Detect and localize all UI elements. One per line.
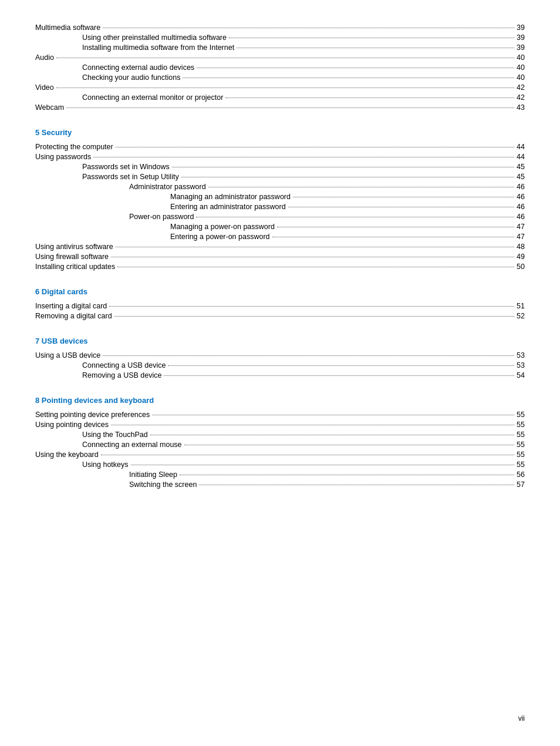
entry-dots <box>180 475 514 475</box>
toc-section-multimedia-continuation: Multimedia software39Using other preinst… <box>35 23 525 112</box>
entry-text: Connecting external audio devices <box>82 63 194 72</box>
entry-page-number: 42 <box>517 93 525 102</box>
toc-entry: Removing a digital card52 <box>35 312 525 320</box>
entry-dots <box>93 157 514 157</box>
entry-text: Inserting a digital card <box>35 302 107 310</box>
entry-text: Using a USB device <box>35 351 100 359</box>
entry-dots <box>196 217 514 217</box>
toc-entry: Entering an administrator password46 <box>35 203 525 211</box>
entry-page-number: 48 <box>517 243 525 251</box>
toc-entry: Connecting an external mouse55 <box>35 441 525 449</box>
entry-page-number: 40 <box>517 53 525 62</box>
toc-section-digital-cards: 6 Digital cardsInserting a digital card5… <box>35 287 525 320</box>
entry-text: Removing a digital card <box>35 312 112 320</box>
entry-page-number: 55 <box>517 411 525 419</box>
entry-dots <box>101 455 514 455</box>
entry-dots <box>116 247 514 247</box>
entry-text: Using antivirus software <box>35 243 113 251</box>
toc-container: Multimedia software39Using other preinst… <box>35 23 525 489</box>
toc-entry: Setting pointing device preferences55 <box>35 411 525 419</box>
entry-text: Switching the screen <box>129 480 197 489</box>
entry-text: Power-on password <box>129 213 194 221</box>
entry-dots <box>288 207 514 207</box>
toc-entry: Using the keyboard55 <box>35 451 525 459</box>
entry-page-number: 46 <box>517 203 525 211</box>
entry-dots <box>184 445 515 445</box>
entry-text: Protecting the computer <box>35 143 113 151</box>
entry-page-number: 43 <box>517 103 525 112</box>
section-heading-security: 5 Security <box>35 128 525 137</box>
entry-text: Entering a power-on password <box>170 233 270 241</box>
entry-dots <box>66 107 514 108</box>
toc-section-security: 5 SecurityProtecting the computer44Using… <box>35 128 525 271</box>
entry-page-number: 55 <box>517 421 525 429</box>
toc-section-usb-devices: 7 USB devicesUsing a USB device53Connect… <box>35 337 525 379</box>
entry-page-number: 42 <box>517 83 525 92</box>
toc-entry: Multimedia software39 <box>35 23 525 32</box>
entry-text: Using firewall software <box>35 253 109 261</box>
entry-dots <box>103 355 514 356</box>
entry-dots <box>111 257 514 257</box>
entry-page-number: 55 <box>517 451 525 459</box>
entry-dots <box>199 485 514 485</box>
entry-dots <box>293 197 514 197</box>
toc-entry: Connecting external audio devices40 <box>35 63 525 72</box>
entry-dots <box>56 88 514 88</box>
toc-entry: Installing critical updates50 <box>35 263 525 271</box>
entry-text: Connecting a USB device <box>82 361 166 369</box>
entry-text: Passwords set in Windows <box>82 163 170 171</box>
entry-dots <box>109 306 514 307</box>
toc-entry: Connecting an external monitor or projec… <box>35 93 525 102</box>
entry-text: Installing multimedia software from the … <box>82 43 234 52</box>
toc-entry: Using a USB device53 <box>35 351 525 359</box>
entry-text: Setting pointing device preferences <box>35 411 150 419</box>
entry-dots <box>131 465 515 465</box>
entry-page-number: 45 <box>517 173 525 181</box>
toc-entry: Entering a power-on password47 <box>35 233 525 241</box>
toc-entry: Audio40 <box>35 53 525 62</box>
entry-page-number: 40 <box>517 63 525 72</box>
entry-text: Connecting an external mouse <box>82 441 182 449</box>
entry-dots <box>152 415 514 415</box>
section-heading-digital-cards: 6 Digital cards <box>35 287 525 296</box>
toc-entry: Using passwords44 <box>35 153 525 161</box>
page-footer: vii <box>518 714 525 723</box>
toc-entry: Connecting a USB device53 <box>35 361 525 369</box>
toc-entry: Managing a power-on password47 <box>35 223 525 231</box>
toc-entry: Power-on password46 <box>35 213 525 221</box>
entry-page-number: 39 <box>517 23 525 32</box>
entry-dots <box>164 375 514 376</box>
toc-entry: Video42 <box>35 83 525 92</box>
entry-text: Initiating Sleep <box>129 471 177 479</box>
entry-dots <box>103 28 514 28</box>
toc-entry: Passwords set in Windows45 <box>35 163 525 171</box>
entry-page-number: 39 <box>517 33 525 42</box>
toc-entry: Administrator password46 <box>35 183 525 191</box>
entry-text: Using the keyboard <box>35 451 99 459</box>
entry-text: Video <box>35 83 54 92</box>
entry-dots <box>114 316 514 317</box>
entry-text: Managing a power-on password <box>170 223 275 231</box>
entry-page-number: 50 <box>517 263 525 271</box>
entry-page-number: 55 <box>517 431 525 439</box>
entry-page-number: 40 <box>517 73 525 82</box>
entry-page-number: 49 <box>517 253 525 261</box>
entry-page-number: 55 <box>517 441 525 449</box>
entry-page-number: 53 <box>517 351 525 359</box>
toc-entry: Webcam43 <box>35 103 525 112</box>
entry-page-number: 56 <box>517 471 525 479</box>
entry-text: Audio <box>35 53 54 62</box>
toc-entry: Installing multimedia software from the … <box>35 43 525 52</box>
toc-section-pointing-devices: 8 Pointing devices and keyboardSetting p… <box>35 396 525 489</box>
entry-text: Connecting an external monitor or projec… <box>82 93 223 102</box>
entry-dots <box>56 58 514 58</box>
entry-page-number: 47 <box>517 223 525 231</box>
entry-text: Using the TouchPad <box>82 431 148 439</box>
entry-page-number: 54 <box>517 371 525 379</box>
entry-text: Administrator password <box>129 183 206 191</box>
entry-text: Using other preinstalled multimedia soft… <box>82 33 227 42</box>
toc-entry: Using other preinstalled multimedia soft… <box>35 33 525 42</box>
entry-page-number: 46 <box>517 213 525 221</box>
toc-entry: Using antivirus software48 <box>35 243 525 251</box>
entry-page-number: 44 <box>517 143 525 151</box>
